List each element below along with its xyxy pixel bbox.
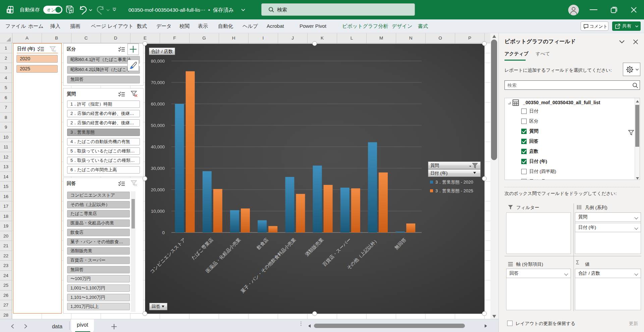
- svg-text:百貨店・スーパー: 百貨店・スーパー: [321, 237, 352, 267]
- svg-text:40,000: 40,000: [151, 144, 165, 149]
- svg-text:20,000: 20,000: [151, 187, 165, 192]
- svg-text:酒類販売業: 酒類販売業: [304, 237, 324, 257]
- svg-text:30,000: 30,000: [151, 166, 165, 171]
- svg-text:80,000: 80,000: [151, 59, 165, 64]
- svg-text:3．営業形態 - 2025: 3．営業形態 - 2025: [435, 188, 473, 193]
- svg-text:菓子・パン・その他飲食料品小売業: 菓子・パン・その他飲食料品小売業: [239, 237, 297, 294]
- svg-text:0: 0: [162, 230, 165, 235]
- svg-text:飲食店: 飲食店: [256, 237, 269, 251]
- svg-text:10,000: 10,000: [151, 209, 165, 214]
- svg-text:たばこ専業店: たばこ専業店: [190, 237, 214, 261]
- svg-text:70,000: 70,000: [151, 80, 165, 85]
- svg-text:60,000: 60,000: [151, 102, 165, 107]
- svg-text:50,000: 50,000: [151, 123, 165, 128]
- svg-text:3．営業形態 - 2020: 3．営業形態 - 2020: [435, 180, 473, 185]
- svg-text:コンビニエンスストア: コンビニエンスストア: [149, 237, 187, 275]
- svg-text:その他（上記以外）: その他（上記以外）: [346, 237, 380, 271]
- svg-text:無回答: 無回答: [393, 237, 407, 251]
